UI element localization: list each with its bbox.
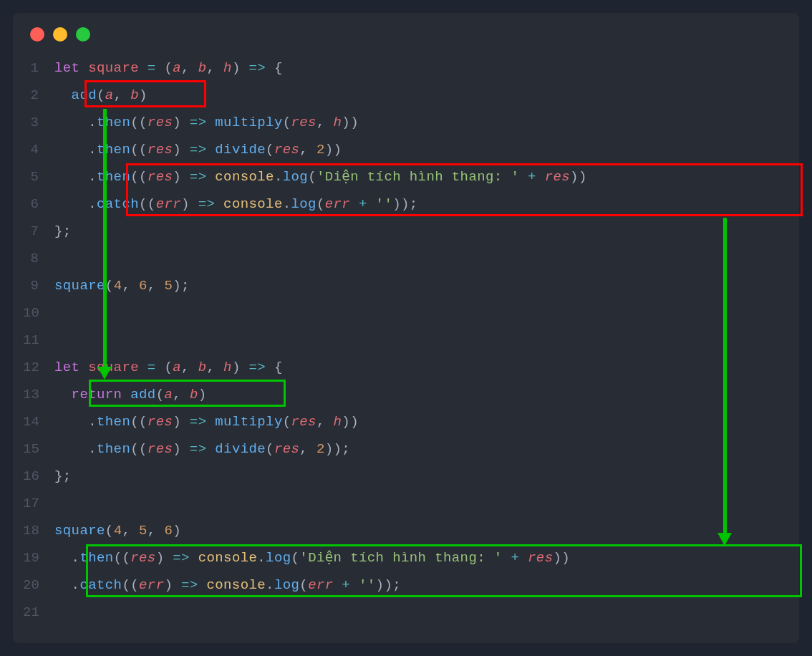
code-content[interactable]: square(4, 5, 6) — [54, 517, 181, 544]
code-content[interactable]: .then((res) => console.log('Diện tích hì… — [54, 544, 570, 571]
code-content[interactable]: .catch((err) => console.log(err + '')); — [54, 190, 418, 218]
code-content[interactable]: square(4, 6, 5); — [54, 272, 190, 299]
line-number: 10 — [23, 299, 54, 327]
line-number: 4 — [23, 136, 54, 163]
window-traffic-lights — [23, 26, 789, 54]
code-content[interactable]: }; — [54, 463, 72, 490]
code-line[interactable]: 13 return add(a, b) — [23, 381, 789, 408]
line-number: 11 — [23, 327, 54, 354]
code-line[interactable]: 15 .then((res) => divide(res, 2)); — [23, 435, 789, 463]
code-line[interactable]: 16}; — [23, 463, 789, 490]
code-window: 1let square = (a, b, h) => {2 add(a, b)3… — [13, 13, 799, 643]
code-content[interactable]: .then((res) => divide(res, 2)); — [54, 435, 350, 463]
code-line[interactable]: 4 .then((res) => divide(res, 2)) — [23, 136, 789, 163]
code-content[interactable]: let square = (a, b, h) => { — [54, 354, 283, 381]
line-number: 5 — [23, 163, 54, 190]
line-number: 7 — [23, 218, 54, 245]
code-line[interactable]: 1let square = (a, b, h) => { — [23, 54, 789, 82]
code-line[interactable]: 19 .then((res) => console.log('Diện tích… — [23, 544, 789, 571]
maximize-window-button[interactable] — [76, 27, 90, 42]
line-number: 16 — [23, 463, 54, 490]
code-line[interactable]: 5 .then((res) => console.log('Diện tích … — [23, 163, 789, 190]
line-number: 12 — [23, 354, 54, 381]
code-line[interactable]: 21 — [23, 599, 789, 626]
line-number: 6 — [23, 190, 54, 218]
line-number: 19 — [23, 544, 54, 571]
code-content[interactable]: .then((res) => multiply(res, h)) — [54, 109, 359, 136]
code-content[interactable]: .catch((err) => console.log(err + '')); — [54, 571, 401, 599]
line-number: 17 — [23, 490, 54, 517]
code-line[interactable]: 12let square = (a, b, h) => { — [23, 354, 789, 381]
code-line[interactable]: 6 .catch((err) => console.log(err + ''))… — [23, 190, 789, 218]
close-window-button[interactable] — [30, 27, 44, 42]
code-line[interactable]: 20 .catch((err) => console.log(err + '')… — [23, 571, 789, 599]
code-content[interactable]: add(a, b) — [54, 82, 148, 109]
line-number: 1 — [23, 54, 54, 82]
code-line[interactable]: 18square(4, 5, 6) — [23, 517, 789, 544]
code-line[interactable]: 9square(4, 6, 5); — [23, 272, 789, 299]
code-line[interactable]: 10 — [23, 299, 789, 327]
code-line[interactable]: 17 — [23, 490, 789, 517]
code-editor-area[interactable]: 1let square = (a, b, h) => {2 add(a, b)3… — [23, 54, 789, 626]
code-line[interactable]: 3 .then((res) => multiply(res, h)) — [23, 109, 789, 136]
line-number: 13 — [23, 381, 54, 408]
code-content[interactable]: return add(a, b) — [54, 381, 207, 408]
code-line[interactable]: 7}; — [23, 218, 789, 245]
line-number: 14 — [23, 408, 54, 435]
code-line[interactable]: 11 — [23, 327, 789, 354]
line-number: 2 — [23, 82, 54, 109]
code-content[interactable]: .then((res) => console.log('Diện tích hì… — [54, 163, 587, 190]
minimize-window-button[interactable] — [53, 27, 67, 42]
code-line[interactable]: 14 .then((res) => multiply(res, h)) — [23, 408, 789, 435]
line-number: 3 — [23, 109, 54, 136]
line-number: 21 — [23, 599, 54, 626]
code-content[interactable]: let square = (a, b, h) => { — [54, 54, 283, 82]
code-content[interactable]: }; — [54, 218, 72, 245]
line-number: 15 — [23, 435, 54, 463]
code-line[interactable]: 2 add(a, b) — [23, 82, 789, 109]
line-number: 8 — [23, 245, 54, 272]
line-number: 18 — [23, 517, 54, 544]
code-content[interactable]: .then((res) => multiply(res, h)) — [54, 408, 359, 435]
code-line[interactable]: 8 — [23, 245, 789, 272]
line-number: 9 — [23, 272, 54, 299]
line-number: 20 — [23, 571, 54, 599]
code-content[interactable]: .then((res) => divide(res, 2)) — [54, 136, 342, 163]
